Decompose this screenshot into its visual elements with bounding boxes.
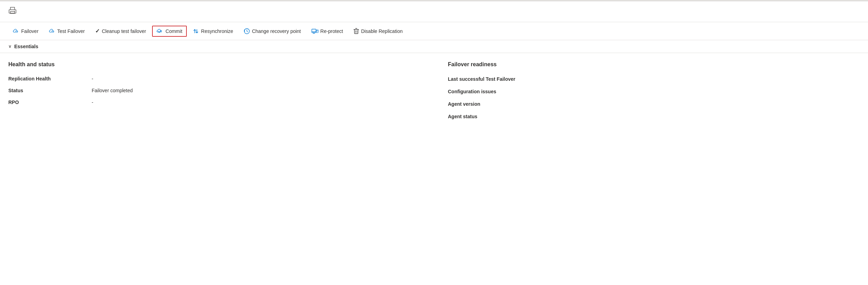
agent-version-item: Agent version (448, 101, 860, 107)
status-value: Failover completed (92, 88, 133, 93)
failover-icon (13, 28, 19, 34)
rpo-value: - (92, 100, 93, 105)
test-failover-button[interactable]: Test Failover (44, 26, 89, 36)
test-failover-icon (49, 28, 55, 34)
trash-icon (353, 28, 359, 34)
reprotect-label: Re-protect (320, 28, 343, 34)
health-status-panel: Health and status Replication Health - S… (8, 61, 420, 126)
replication-health-value: - (92, 76, 93, 81)
cleanup-test-button[interactable]: ✓ Cleanup test failover (91, 25, 151, 37)
reprotect-icon (311, 28, 318, 34)
rpo-row: RPO - (8, 100, 420, 105)
resynchronize-button[interactable]: Resynchronize (188, 26, 238, 37)
disable-replication-label: Disable Replication (361, 28, 403, 34)
commit-label: Commit (166, 28, 182, 34)
failover-readiness-title: Failover readiness (448, 61, 860, 68)
reprotect-button[interactable]: Re-protect (307, 26, 348, 36)
agent-status-label: Agent status (448, 114, 477, 119)
svg-point-1 (14, 11, 15, 11)
header-bar (0, 1, 868, 22)
resync-icon (193, 28, 199, 34)
config-issues-item: Configuration issues (448, 88, 860, 95)
disable-replication-button[interactable]: Disable Replication (349, 26, 407, 37)
agent-status-item: Agent status (448, 113, 860, 120)
essentials-chevron-icon: ∨ (8, 44, 11, 49)
status-row: Status Failover completed (8, 88, 420, 93)
commit-icon (157, 28, 164, 34)
essentials-section: ∨ Essentials (0, 40, 868, 53)
content-area: Health and status Replication Health - S… (0, 53, 868, 134)
toolbar: Failover Test Failover ✓ Cleanup test fa… (0, 22, 868, 40)
replication-health-label: Replication Health (8, 76, 85, 81)
status-label: Status (8, 88, 85, 93)
test-failover-label: Test Failover (57, 28, 85, 34)
resynchronize-label: Resynchronize (201, 28, 233, 34)
clock-icon (244, 28, 250, 34)
essentials-header[interactable]: ∨ Essentials (8, 40, 860, 53)
essentials-label: Essentials (14, 44, 38, 49)
svg-rect-3 (312, 29, 316, 33)
header-icons (8, 7, 17, 17)
rpo-label: RPO (8, 100, 85, 105)
change-recovery-button[interactable]: Change recovery point (239, 26, 306, 37)
agent-version-label: Agent version (448, 101, 480, 107)
health-status-title: Health and status (8, 61, 420, 68)
failover-readiness-panel: Failover readiness Last successful Test … (420, 61, 860, 126)
last-test-failover-label: Last successful Test Failover (448, 76, 515, 82)
replication-health-row: Replication Health - (8, 76, 420, 81)
print-icon[interactable] (8, 7, 17, 17)
commit-button[interactable]: Commit (152, 26, 187, 37)
change-recovery-label: Change recovery point (252, 28, 301, 34)
svg-rect-7 (316, 30, 318, 33)
cleanup-label: Cleanup test failover (102, 28, 146, 34)
config-issues-label: Configuration issues (448, 89, 496, 94)
last-test-failover-item: Last successful Test Failover (448, 76, 860, 82)
failover-label: Failover (21, 28, 39, 34)
cleanup-icon: ✓ (95, 28, 100, 34)
failover-button[interactable]: Failover (8, 26, 43, 36)
